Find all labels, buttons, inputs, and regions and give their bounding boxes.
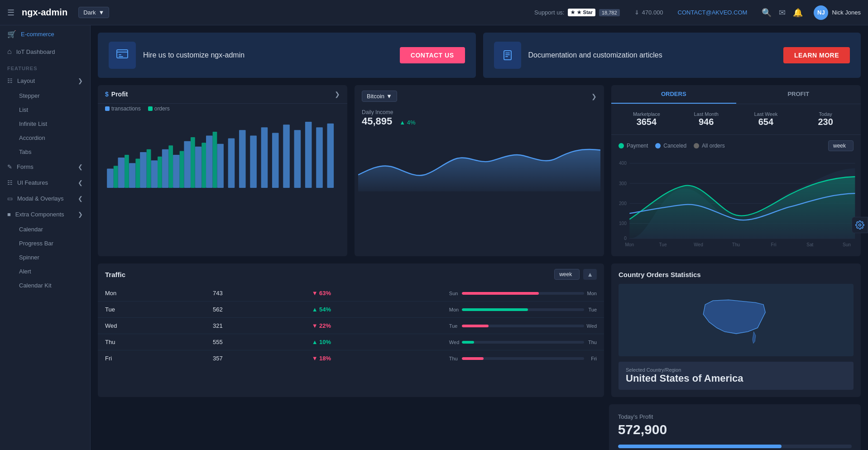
- sidebar-item-infinite-list[interactable]: Infinite List: [0, 117, 90, 131]
- svg-rect-34: [168, 145, 173, 188]
- star-badge[interactable]: ★ ★ Star: [568, 9, 595, 16]
- dashboard-grid: $ Profit ❯ transactions orders: [98, 85, 861, 256]
- menu-icon[interactable]: ☰: [7, 8, 14, 18]
- sidebar-item-accordion[interactable]: Accordion: [0, 131, 90, 145]
- search-icon[interactable]: 🔍: [762, 8, 772, 18]
- mini-bar-fill: [462, 341, 474, 344]
- sidebar-item-forms[interactable]: ✎ Forms ❮: [0, 159, 90, 175]
- traffic-collapse-btn[interactable]: ▲: [583, 269, 597, 280]
- country-stats-inner: Country Orders Statistics Selected Count…: [611, 263, 861, 397]
- svg-rect-12: [151, 160, 158, 188]
- contact-email-link[interactable]: CONTACT@AKVEO.COM: [678, 9, 748, 16]
- sidebar: 🛒 E-commerce ⌂ IoT Dashboard FEATURES ☷ …: [0, 25, 91, 450]
- legend-canceled: Canceled: [655, 143, 686, 149]
- svg-text:Fri: Fri: [771, 242, 777, 247]
- sidebar-item-extra-components[interactable]: ■ Extra Components ❯: [0, 206, 90, 222]
- sidebar-item-ui-features[interactable]: ☷ UI Features ❮: [0, 175, 90, 191]
- day-pct: ▼ 18%: [305, 350, 442, 367]
- svg-rect-31: [135, 159, 140, 188]
- sidebar-item-alert[interactable]: Alert: [0, 264, 90, 278]
- sidebar-item-ecommerce[interactable]: 🛒 E-commerce: [0, 25, 90, 43]
- svg-rect-23: [272, 133, 279, 188]
- stat-marketplace: Marketplace 3654: [619, 111, 675, 127]
- legend-payment: Payment: [619, 143, 648, 149]
- orders-period-select[interactable]: week month: [828, 140, 854, 151]
- sidebar-item-progress-bar[interactable]: Progress Bar: [0, 236, 90, 250]
- svg-text:Thu: Thu: [732, 242, 740, 247]
- learn-more-button[interactable]: LEARN MORE: [783, 47, 850, 63]
- table-row: Wed 321 ▼ 22% Tue Wed: [98, 318, 604, 334]
- tab-orders[interactable]: ORDERS: [611, 85, 736, 104]
- promo-right-text: Documentation and customization articles: [528, 51, 776, 59]
- currency-selector[interactable]: Bitcoin ▼: [362, 91, 397, 102]
- svg-rect-19: [228, 139, 235, 188]
- today-profit-card: Today's Profit 572,900 Better than last …: [609, 404, 861, 450]
- promo-right-icon: [494, 42, 521, 69]
- user-avatar-area[interactable]: NJ Nick Jones: [814, 5, 861, 20]
- day-name: Fri: [98, 350, 206, 367]
- day-count: 743: [206, 285, 305, 302]
- profit-card-nav[interactable]: ❯: [335, 91, 340, 98]
- bitcoin-income-area: Daily Income 45,895 ▲ 4%: [355, 107, 604, 131]
- mail-icon[interactable]: ✉: [779, 8, 786, 18]
- traffic-controls: week month ▲: [554, 269, 597, 280]
- tab-profit[interactable]: PROFIT: [736, 85, 861, 104]
- promo-left-text: Hire us to customize ngx-admin: [143, 51, 393, 59]
- svg-rect-27: [316, 127, 323, 188]
- chevron-right-icon: ❯: [78, 77, 83, 84]
- svg-text:Tue: Tue: [659, 242, 667, 247]
- today-profit-value: 572,900: [618, 422, 852, 437]
- theme-selector[interactable]: Dark ▼: [78, 7, 109, 18]
- settings-fab[interactable]: [852, 217, 868, 233]
- traffic-period-select[interactable]: week month: [554, 269, 580, 280]
- legend-circle-payment: [619, 143, 624, 148]
- promo-banner-right: Documentation and customization articles…: [483, 33, 861, 78]
- svg-rect-9: [118, 158, 125, 188]
- svg-rect-14: [173, 155, 180, 188]
- sidebar-item-list[interactable]: List: [0, 103, 90, 117]
- sidebar-item-stepper[interactable]: Stepper: [0, 89, 90, 103]
- mini-bar-track: [462, 325, 584, 327]
- day-name: Tue: [98, 302, 206, 318]
- svg-rect-28: [327, 124, 334, 188]
- svg-rect-20: [239, 130, 246, 188]
- sidebar-item-iot[interactable]: ⌂ IoT Dashboard: [0, 43, 90, 60]
- promo-left-icon: [109, 42, 136, 69]
- sidebar-item-calendar-kit[interactable]: Calendar Kit: [0, 278, 90, 292]
- legend-all-orders: All orders: [694, 143, 725, 149]
- today-profit-progress-bar: [618, 445, 852, 448]
- svg-rect-3: [119, 56, 123, 57]
- bell-icon[interactable]: 🔔: [793, 8, 803, 18]
- mini-bar-track: [462, 292, 584, 295]
- sidebar-item-layout[interactable]: ☷ Layout ❯: [0, 73, 90, 89]
- stat-last-month: Last Month 946: [678, 111, 734, 127]
- svg-rect-24: [283, 124, 290, 188]
- svg-text:Mon: Mon: [625, 242, 634, 247]
- svg-rect-10: [129, 163, 136, 188]
- sidebar-item-modal-overlays[interactable]: ▭ Modal & Overlays ❮: [0, 191, 90, 206]
- svg-rect-29: [114, 166, 118, 188]
- mini-bar-track: [462, 308, 584, 311]
- svg-rect-33: [158, 157, 162, 188]
- legend-orders: orders: [148, 105, 170, 112]
- bitcoin-card-header: Bitcoin ▼ ❯: [355, 85, 604, 107]
- sidebar-item-spinner[interactable]: Spinner: [0, 250, 90, 264]
- header: ☰ ngx-admin Dark ▼ Support us: ★ ★ Star …: [0, 0, 868, 25]
- traffic-card-header: Traffic week month ▲: [98, 263, 604, 285]
- support-section: Support us: ★ ★ Star 18,782: [534, 9, 620, 16]
- day-pct: ▲ 10%: [305, 334, 442, 350]
- svg-rect-26: [305, 122, 312, 188]
- layout-icon: ☷: [7, 77, 13, 84]
- day-name: Thu: [98, 334, 206, 350]
- sidebar-item-tabs[interactable]: Tabs: [0, 145, 90, 159]
- extra-icon: ■: [7, 211, 11, 218]
- legend-circle-all: [694, 143, 699, 148]
- sidebar-item-calendar[interactable]: Calendar: [0, 222, 90, 236]
- contact-us-button[interactable]: CONTACT US: [400, 47, 465, 63]
- orders-tabs: ORDERS PROFIT: [611, 85, 861, 104]
- svg-point-56: [859, 224, 861, 226]
- bitcoin-chart-area: [355, 131, 604, 195]
- chevron-right-icon2: ❯: [78, 211, 83, 218]
- bitcoin-card-nav[interactable]: ❯: [591, 93, 597, 100]
- orders-chart-legend-bar: Payment Canceled All orders week month: [611, 135, 861, 157]
